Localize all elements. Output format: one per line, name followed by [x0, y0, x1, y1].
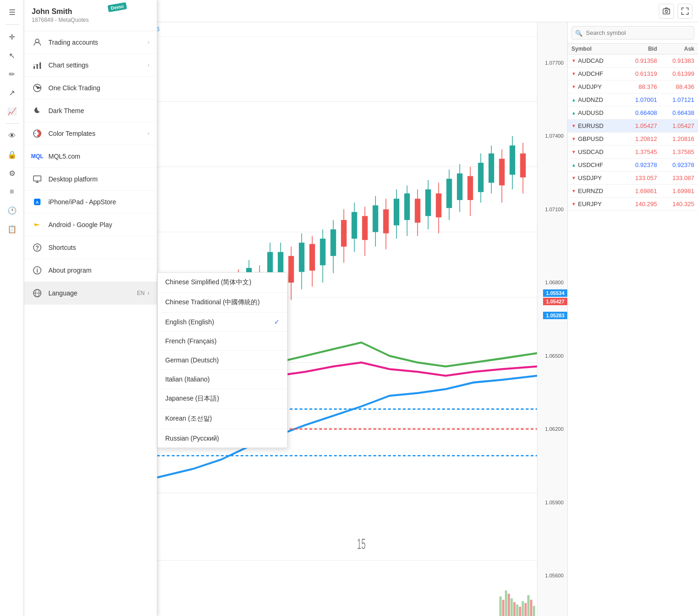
svg-rect-107 [499, 159, 504, 185]
menu-items-list: Trading accounts › Chart settings › One … [24, 31, 157, 616]
svg-rect-111 [520, 154, 526, 178]
svg-text:i: i [36, 268, 38, 274]
menu-item-chart-settings[interactable]: Chart settings › [24, 54, 157, 77]
dark-theme-icon [32, 105, 43, 116]
color-templates-icon [32, 128, 43, 139]
svg-rect-109 [510, 146, 515, 175]
ask-value: 1.37585 [657, 148, 694, 155]
mql5-label: MQL5.com [48, 153, 149, 160]
svg-text:15: 15 [357, 536, 365, 552]
screenshot-button[interactable] [659, 4, 674, 19]
svg-rect-103 [478, 163, 483, 192]
lang-item-russian[interactable]: Russian (Русский) [158, 429, 287, 448]
watchlist-header: Symbol Bid Ask [568, 44, 698, 54]
bid-value: 0.91358 [620, 57, 657, 64]
settings-icon[interactable]: ⚙ [4, 165, 20, 181]
desktop-icon [32, 174, 43, 185]
eye-icon[interactable]: 👁 [4, 127, 20, 144]
ask-value: 133.087 [657, 174, 694, 181]
list-item[interactable]: ▲ AUDNZD 1.07001 1.07121 [568, 94, 698, 107]
lang-item-german[interactable]: German (Deutsch) [158, 351, 287, 370]
hamburger-menu-icon[interactable]: ☰ [4, 4, 20, 20]
svg-rect-67 [289, 256, 294, 282]
cursor-icon[interactable]: ↖ [4, 47, 20, 64]
arrow-down-icon: ▼ [571, 123, 576, 128]
android-icon [32, 219, 43, 230]
bid-value: 0.61319 [620, 70, 657, 77]
lang-item-italian[interactable]: Italian (Italiano) [158, 370, 287, 389]
calendar-icon[interactable]: 📋 [4, 221, 20, 237]
list-item[interactable]: ▼ USDCAD 1.37545 1.37585 [568, 146, 698, 159]
svg-rect-85 [383, 209, 389, 234]
watchlist-search: 🔍 [568, 22, 698, 44]
svg-rect-99 [457, 174, 463, 200]
lang-item-chinese-simplified[interactable]: Chinese Simplified (简体中文) [158, 273, 287, 293]
lock-icon[interactable]: 🔒 [4, 146, 20, 163]
menu-item-shortcuts[interactable]: ? Shortcuts [24, 236, 157, 259]
col-header-bid: Bid [620, 46, 657, 52]
list-item[interactable]: ▼ AUDJPY 88.376 88.436 [568, 80, 698, 94]
search-input[interactable] [571, 26, 694, 40]
list-item[interactable]: ▼ AUDCAD 0.91358 0.91383 [568, 54, 698, 67]
menu-item-mql5[interactable]: MQL MQL5.com [24, 145, 157, 168]
lang-label: Russian (Русский) [165, 435, 219, 442]
price-label: 1.06500 [539, 353, 565, 359]
list-item[interactable]: ▲ USDCHF 0.92378 0.92378 [568, 159, 698, 172]
watchlist-rows: ▼ AUDCAD 0.91358 0.91383 ▼ AUDCHF 0.6131… [568, 54, 698, 211]
pencil-icon[interactable]: ✏ [4, 66, 20, 82]
menu-item-color-templates[interactable]: Color Templates › [24, 122, 157, 145]
svg-rect-95 [436, 194, 442, 218]
chart-icon[interactable]: 📈 [4, 103, 20, 120]
menu-item-android[interactable]: Android - Google Play [24, 214, 157, 236]
list-item[interactable]: ▼ EURJPY 140.295 140.325 [568, 198, 698, 211]
checkmark-icon: ✓ [274, 318, 280, 326]
menu-item-desktop[interactable]: Desktop platform [24, 168, 157, 191]
svg-text:A: A [36, 200, 39, 205]
user-account: 1876849 - MetaQuotes [32, 17, 149, 23]
svg-rect-120 [40, 62, 41, 69]
left-sidebar: ☰ ✛ ↖ ✏ ↗ 📈 👁 🔒 ⚙ ≡ 🕐 📋 [0, 0, 24, 616]
menu-item-language[interactable]: Language EN › [24, 282, 157, 305]
list-item[interactable]: ▼ USDJPY 133.057 133.087 [568, 172, 698, 185]
svg-rect-125 [34, 176, 41, 181]
menu-item-one-click-trading[interactable]: One Click Trading [24, 77, 157, 100]
lang-item-korean[interactable]: Korean (조선말) [158, 409, 287, 429]
bid-value: 1.20812 [620, 135, 657, 142]
lang-label: Chinese Traditional (中國傳統的) [165, 298, 260, 307]
menu-item-about[interactable]: i About program [24, 259, 157, 282]
lang-item-english[interactable]: English (English) ✓ [158, 313, 287, 332]
list-item[interactable]: ▼ AUDCHF 0.61319 0.61399 [568, 67, 698, 80]
ask-value: 88.436 [657, 83, 694, 90]
lang-item-japanese[interactable]: Japanese (日本語) [158, 389, 287, 409]
chart-settings-label: Chart settings [48, 61, 148, 69]
fullscreen-button[interactable] [678, 4, 692, 19]
menu-item-trading-accounts[interactable]: Trading accounts › [24, 31, 157, 54]
list-item[interactable]: ▼ EURNZD 1.69861 1.69981 [568, 185, 698, 198]
lang-item-chinese-traditional[interactable]: Chinese Traditional (中國傳統的) [158, 293, 287, 313]
svg-rect-79 [351, 212, 357, 239]
svg-rect-71 [309, 244, 315, 270]
history-icon[interactable]: 🕐 [4, 202, 20, 219]
arrow-down-icon: ▼ [571, 84, 576, 89]
about-icon: i [32, 265, 43, 276]
arrow-down-icon: ▼ [571, 136, 576, 141]
arrow-up-icon: ▲ [571, 162, 576, 167]
price-box-1: 1.05534 [543, 289, 567, 297]
svg-rect-81 [362, 216, 368, 240]
svg-rect-118 [34, 66, 35, 69]
list-item[interactable]: ▼ EURUSD 1.05427 1.05427 [568, 120, 698, 133]
menu-item-dark-theme[interactable]: Dark Theme [24, 100, 157, 122]
list-item[interactable]: ▲ AUDUSD 0.66408 0.66438 [568, 107, 698, 120]
trend-icon[interactable]: ↗ [4, 84, 20, 101]
lang-label: Italian (Italiano) [165, 375, 210, 383]
menu-item-appstore[interactable]: A iPhone/iPad - AppStore [24, 191, 157, 214]
one-click-trading-icon [32, 82, 43, 94]
list-item[interactable]: ▼ GBPUSD 1.20812 1.20816 [568, 133, 698, 146]
svg-rect-83 [373, 205, 378, 232]
add-tool-icon[interactable]: ✛ [4, 28, 20, 45]
bid-value: 1.37545 [620, 148, 657, 155]
orders-icon[interactable]: ≡ [4, 183, 20, 200]
lang-item-french[interactable]: French (Français) [158, 332, 287, 351]
about-label: About program [48, 267, 149, 274]
svg-rect-89 [404, 194, 410, 220]
